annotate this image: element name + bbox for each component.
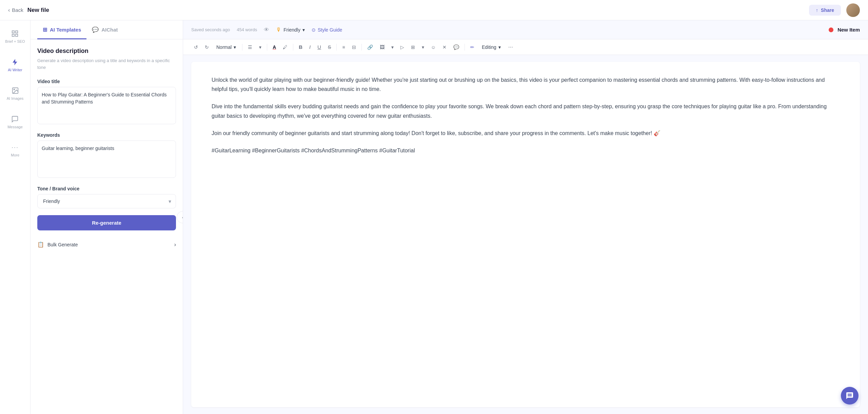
panel-tabs: ⊞ AI Templates 💬 AIChat: [31, 20, 183, 39]
style-guide-button[interactable]: ⊙ Style Guide: [312, 27, 342, 33]
tone-label: Friendly: [283, 27, 300, 33]
topbar-right: ↑ Share: [809, 3, 860, 17]
template-panel: ⊞ AI Templates 💬 AIChat ‹ Video descript…: [31, 20, 183, 414]
tone-select-wrapper: Friendly Professional Casual Formal Witt…: [37, 194, 176, 208]
bullet-list-button[interactable]: ≡: [339, 42, 348, 52]
link-button[interactable]: 🔗: [364, 42, 376, 52]
special-char-button[interactable]: ✕: [440, 42, 449, 52]
strikethrough-button[interactable]: S: [325, 42, 334, 52]
ai-edit-button[interactable]: ✏: [468, 42, 477, 52]
sidebar-label-images: AI Images: [7, 96, 24, 100]
avatar-image: [846, 3, 860, 17]
tone-select[interactable]: Friendly Professional Casual Formal Witt…: [37, 194, 176, 208]
more-options-button[interactable]: ⋯: [506, 42, 516, 52]
mic-icon: 🎙: [276, 27, 281, 33]
chat-icon: [11, 115, 19, 123]
underline-button[interactable]: U: [315, 42, 324, 52]
style-guide-icon: ⊙: [312, 27, 316, 33]
table-button[interactable]: ⊞: [408, 42, 418, 52]
ordered-list-button[interactable]: ⊟: [349, 42, 359, 52]
image-dropdown-button[interactable]: ▾: [389, 42, 396, 52]
undo-button[interactable]: ↺: [191, 42, 201, 52]
align-dropdown-button[interactable]: ▾: [256, 42, 264, 52]
tab-ai-templates[interactable]: ⊞ AI Templates: [37, 21, 86, 39]
sidebar-item-ai-images[interactable]: AI Images: [3, 84, 28, 103]
new-item-button[interactable]: New Item: [837, 27, 860, 33]
regenerate-button[interactable]: Re-generate: [37, 215, 176, 230]
regen-label: Re-generate: [92, 220, 121, 226]
video-title-group: Video title How to Play Guitar: A Beginn…: [37, 79, 176, 126]
sidebar-item-more[interactable]: ··· More: [7, 141, 23, 160]
templates-icon: ⊞: [43, 26, 47, 33]
share-icon: ↑: [816, 7, 818, 13]
bulk-generate-row[interactable]: 📋 Bulk Generate ›: [37, 237, 176, 252]
separator-3: [293, 44, 293, 51]
avatar[interactable]: [846, 3, 860, 17]
chat-bubble-icon: [846, 392, 854, 400]
eye-icon[interactable]: 👁: [264, 27, 269, 33]
separator-2: [267, 44, 267, 51]
redo-button[interactable]: ↻: [202, 42, 212, 52]
sidebar-item-message[interactable]: Message: [3, 113, 27, 132]
separator-4: [336, 44, 337, 51]
section-title: Video description: [37, 48, 176, 55]
play-button[interactable]: ▷: [398, 42, 407, 52]
format-style-label: Normal: [216, 44, 232, 50]
editor-content[interactable]: Unlock the world of guitar playing with …: [191, 62, 860, 407]
share-button[interactable]: ↑ Share: [809, 5, 841, 16]
svg-rect-2: [12, 34, 14, 36]
chat-support-button[interactable]: [841, 387, 859, 404]
keywords-input[interactable]: Guitar learning, beginner guitarists: [37, 140, 176, 178]
format-style-selector[interactable]: Normal ▾: [213, 42, 239, 52]
sidebar-item-ai-writer[interactable]: AI Writer: [4, 56, 26, 75]
share-label: Share: [821, 7, 834, 13]
bulk-generate-label: Bulk Generate: [47, 242, 78, 247]
topbar-left: ‹ Back New file: [8, 7, 49, 14]
editor-topbar: Saved seconds ago 454 words 👁 🎙 Friendly…: [183, 20, 868, 39]
separator-5: [361, 44, 362, 51]
tab-aichat[interactable]: 💬 AIChat: [86, 21, 123, 39]
keywords-group: Keywords Guitar learning, beginner guita…: [37, 132, 176, 179]
back-button[interactable]: ‹ Back: [8, 7, 23, 13]
file-title: New file: [27, 7, 49, 14]
editing-mode-button[interactable]: Editing ▾: [478, 42, 504, 52]
dots-icon: ···: [12, 144, 19, 151]
sidebar-label-writer: AI Writer: [8, 68, 22, 72]
table-dropdown-button[interactable]: ▾: [419, 42, 427, 52]
word-count: 454 words: [237, 27, 257, 32]
main-layout: Brief + SEO AI Writer AI Images Message …: [0, 20, 868, 414]
video-title-label: Video title: [37, 79, 176, 84]
comment-button[interactable]: 💬: [451, 42, 462, 52]
text-color-button[interactable]: A: [270, 42, 279, 52]
tab-ai-templates-label: AI Templates: [50, 27, 81, 33]
image-button[interactable]: 🖼: [377, 42, 387, 52]
bulk-icon: 📋: [37, 241, 44, 248]
new-item-label: New Item: [837, 27, 860, 33]
grid-icon: [11, 30, 19, 37]
emoji-button[interactable]: ☺: [428, 42, 438, 52]
icon-sidebar: Brief + SEO AI Writer AI Images Message …: [0, 20, 31, 414]
tone-group: Tone / Brand voice Friendly Professional…: [37, 186, 176, 208]
editing-label: Editing: [482, 44, 496, 50]
editor-area: Saved seconds ago 454 words 👁 🎙 Friendly…: [183, 20, 868, 414]
editor-para-1: Unlock the world of guitar playing with …: [212, 75, 840, 94]
image-icon: [12, 87, 19, 94]
sidebar-label-message: Message: [7, 125, 23, 129]
align-button[interactable]: ☰: [245, 42, 255, 52]
panel-content: Video description Generate a video descr…: [31, 39, 183, 414]
italic-button[interactable]: I: [307, 42, 313, 52]
new-item-dot: [829, 27, 833, 32]
style-guide-label: Style Guide: [318, 27, 342, 33]
sidebar-label-brief: Brief + SEO: [5, 39, 25, 43]
editor-para-2: Dive into the fundamental skills every b…: [212, 102, 840, 120]
section-desc: Generate a video description using a tit…: [37, 57, 176, 71]
bold-button[interactable]: B: [296, 42, 305, 52]
tone-selector[interactable]: 🎙 Friendly ▾: [276, 27, 305, 33]
saved-status: Saved seconds ago: [191, 27, 230, 32]
editor-para-3: Join our friendly community of beginner …: [212, 129, 840, 138]
separator-6: [465, 44, 465, 51]
separator-1: [242, 44, 242, 51]
highlight-button[interactable]: 🖊: [280, 42, 290, 52]
sidebar-item-brief-seo[interactable]: Brief + SEO: [1, 27, 29, 46]
video-title-input[interactable]: How to Play Guitar: A Beginner's Guide t…: [37, 87, 176, 124]
